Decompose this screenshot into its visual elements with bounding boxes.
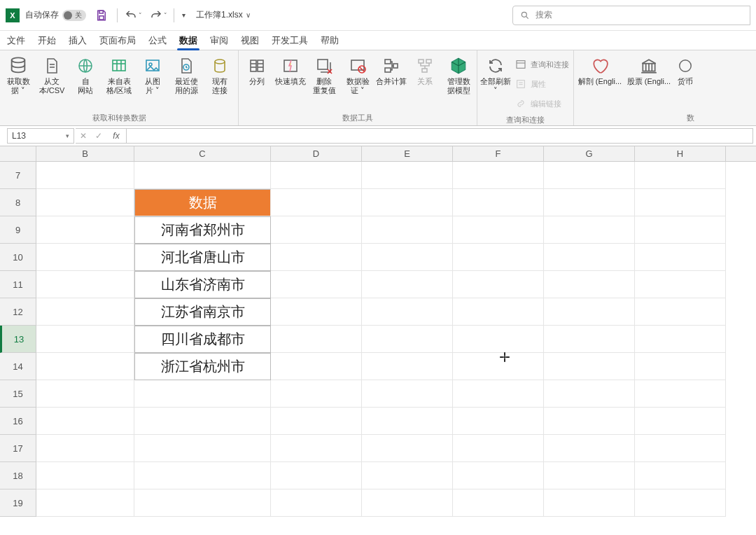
cell[interactable]	[271, 216, 362, 244]
cell[interactable]	[453, 244, 544, 271]
manage-model-button[interactable]: 管理数 据模型	[442, 53, 475, 97]
cell[interactable]	[544, 435, 635, 462]
cell[interactable]	[36, 353, 134, 380]
cell[interactable]	[362, 380, 453, 408]
cell[interactable]: 浙江省杭州市	[134, 353, 271, 380]
row-header[interactable]: 7	[0, 162, 36, 189]
cell[interactable]	[635, 380, 726, 408]
cell[interactable]	[544, 326, 635, 353]
cell[interactable]	[362, 408, 453, 435]
cell[interactable]	[635, 298, 726, 326]
row-header[interactable]: 17	[0, 435, 36, 462]
cell[interactable]: 山东省济南市	[134, 271, 271, 298]
cell[interactable]	[362, 435, 453, 462]
grid-row[interactable]: 9河南省郑州市	[0, 216, 756, 244]
grid-row[interactable]: 12江苏省南京市	[0, 298, 756, 326]
cell[interactable]	[362, 162, 453, 189]
undo-icon[interactable]: ˅	[123, 6, 143, 25]
tab-view[interactable]: 视图	[241, 31, 259, 50]
consolidate-button[interactable]: 合并计算	[374, 53, 408, 88]
cell[interactable]	[362, 462, 453, 489]
cell[interactable]	[36, 271, 134, 298]
cell[interactable]	[36, 162, 134, 189]
grid-row[interactable]: 17	[0, 435, 756, 462]
grid-row[interactable]: 8数据	[0, 189, 756, 216]
remove-duplicates-button[interactable]: 删除 重复值	[307, 53, 341, 97]
tab-formulas[interactable]: 公式	[148, 31, 167, 50]
cell[interactable]	[453, 216, 544, 244]
column-headers[interactable]: B C D E F G H	[0, 146, 756, 162]
select-all-corner[interactable]	[0, 146, 36, 161]
grid-row[interactable]: 19	[0, 489, 756, 517]
cell[interactable]: 江苏省南京市	[134, 298, 271, 326]
redo-icon[interactable]: ˅	[148, 6, 168, 25]
cell[interactable]	[544, 380, 635, 408]
grid-row[interactable]: 14浙江省杭州市	[0, 353, 756, 380]
grid-row[interactable]: 18	[0, 462, 756, 489]
cell[interactable]	[271, 489, 362, 517]
cell[interactable]	[635, 244, 726, 271]
cell[interactable]	[134, 435, 271, 462]
cell[interactable]	[544, 489, 635, 517]
cell[interactable]	[635, 326, 726, 353]
tab-review[interactable]: 审阅	[210, 31, 228, 50]
tab-data[interactable]: 数据	[179, 31, 197, 50]
chevron-down-icon[interactable]: ▾	[66, 132, 69, 139]
cell[interactable]	[362, 326, 453, 353]
row-header[interactable]: 12	[0, 298, 36, 326]
cell[interactable]	[271, 162, 362, 189]
cell[interactable]	[271, 353, 362, 380]
cell[interactable]	[635, 162, 726, 189]
save-icon[interactable]	[92, 6, 111, 25]
search-input[interactable]: 搜索	[512, 6, 750, 25]
cell[interactable]	[453, 298, 544, 326]
cell[interactable]	[134, 162, 271, 189]
from-picture-button[interactable]: 从图 片 ˅	[136, 53, 169, 97]
col-header[interactable]: H	[635, 146, 726, 161]
cell[interactable]	[362, 244, 453, 271]
cell[interactable]	[544, 162, 635, 189]
cell[interactable]	[635, 462, 726, 489]
cell[interactable]	[271, 189, 362, 216]
from-textcsv-button[interactable]: 从文 本/CSV	[35, 53, 69, 97]
cell[interactable]	[36, 489, 134, 517]
cell[interactable]	[453, 408, 544, 435]
tab-dev[interactable]: 开发工具	[272, 31, 308, 50]
tab-insert[interactable]: 插入	[69, 31, 87, 50]
cell[interactable]	[635, 353, 726, 380]
cell[interactable]	[635, 271, 726, 298]
col-header[interactable]: G	[544, 146, 635, 161]
col-header[interactable]: D	[271, 146, 362, 161]
cell[interactable]	[544, 216, 635, 244]
col-header[interactable]: F	[453, 146, 544, 161]
text-to-columns-button[interactable]: 分列	[240, 53, 274, 88]
cell[interactable]	[544, 353, 635, 380]
cell[interactable]	[271, 244, 362, 271]
cell[interactable]	[453, 189, 544, 216]
existing-conn-button[interactable]: 现有 连接	[203, 53, 237, 97]
tab-help[interactable]: 帮助	[321, 31, 339, 50]
row-header[interactable]: 11	[0, 271, 36, 298]
row-header[interactable]: 9	[0, 216, 36, 244]
tab-layout[interactable]: 页面布局	[99, 31, 136, 50]
cell[interactable]	[362, 353, 453, 380]
anatomy-type-button[interactable]: 解剖 (Engli...	[575, 53, 624, 88]
cell[interactable]	[36, 326, 134, 353]
cell[interactable]: 河南省郑州市	[134, 216, 271, 244]
currency-type-button[interactable]: 货币	[673, 53, 697, 88]
filename[interactable]: 工作簿1.xlsx ∨	[193, 9, 253, 21]
refresh-all-button[interactable]: 全部刷新 ˅	[479, 53, 512, 97]
cell[interactable]	[36, 380, 134, 408]
properties-button[interactable]: 属性	[515, 76, 569, 92]
spreadsheet[interactable]: B C D E F G H 78数据9河南省郑州市10河北省唐山市11山东省济南…	[0, 146, 756, 535]
cell[interactable]	[362, 489, 453, 517]
row-header[interactable]: 10	[0, 244, 36, 271]
cell[interactable]	[134, 408, 271, 435]
get-data-button[interactable]: 获取数 据 ˅	[1, 53, 35, 97]
cell[interactable]	[635, 435, 726, 462]
tab-file[interactable]: 文件	[7, 31, 25, 50]
row-header[interactable]: 15	[0, 380, 36, 408]
cell[interactable]	[453, 353, 544, 380]
cell[interactable]	[544, 298, 635, 326]
cell[interactable]	[362, 298, 453, 326]
